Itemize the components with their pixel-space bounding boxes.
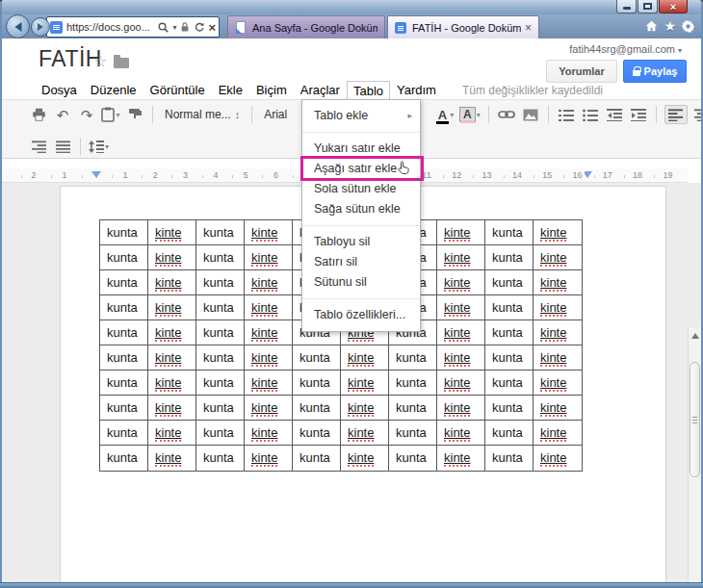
table-cell[interactable]: kunta [485, 421, 534, 446]
forward-button[interactable] [31, 17, 50, 37]
table-cell[interactable]: kinte [245, 446, 293, 471]
table-cell[interactable]: kinte [437, 421, 485, 446]
table-cell[interactable]: kunta [293, 421, 341, 446]
table-cell[interactable]: kinte [534, 320, 582, 345]
table-cell[interactable]: kinte [437, 270, 485, 295]
table-cell[interactable]: kinte [437, 345, 485, 371]
decrease-indent-button[interactable] [605, 105, 624, 124]
table-cell[interactable]: kunta [196, 245, 245, 270]
table-menu-item[interactable]: Tablo ekle▸ [302, 106, 420, 126]
maximize-button[interactable] [638, 0, 658, 13]
scroll-up-icon[interactable] [691, 333, 699, 339]
table-cell[interactable]: kunta [485, 396, 534, 421]
tab-ana-sayfa[interactable]: Ana Sayfa - Google Dokümanlar [227, 15, 385, 38]
left-indent-marker[interactable] [91, 171, 101, 178]
table-cell[interactable]: kinte [245, 295, 293, 320]
table-menu-item[interactable]: Sola sütun ekle [302, 179, 420, 199]
url-text[interactable]: https://docs.goo... [66, 21, 157, 33]
numbered-list-button[interactable] [557, 105, 576, 124]
table-cell[interactable]: kinte [341, 396, 389, 421]
increase-indent-button[interactable] [629, 105, 648, 124]
search-icon[interactable] [157, 21, 169, 34]
table-menu-item[interactable]: Sağa sütun ekle [302, 199, 420, 219]
table-cell[interactable]: kinte [534, 421, 582, 446]
table-cell[interactable]: kinte [245, 220, 293, 245]
favorites-star-icon[interactable]: ★ [664, 18, 676, 34]
table-cell[interactable]: kunta [485, 320, 534, 345]
table-cell[interactable]: kunta [196, 270, 245, 295]
table-cell[interactable]: kinte [534, 396, 582, 421]
table-cell[interactable]: kinte [534, 220, 582, 245]
table-cell[interactable]: kinte [148, 320, 196, 345]
table-cell[interactable]: kinte [148, 270, 196, 295]
table-cell[interactable]: kinte [437, 245, 485, 270]
table-cell[interactable]: kinte [534, 371, 582, 396]
table-menu-item[interactable]: Satırı sil [302, 252, 420, 272]
table-cell[interactable]: kunta [100, 270, 148, 295]
table-cell[interactable]: kinte [245, 270, 293, 295]
table-cell[interactable]: kinte [534, 295, 582, 320]
table-cell[interactable]: kunta [485, 446, 534, 471]
table-cell[interactable]: kinte [534, 245, 582, 270]
table-cell[interactable]: kunta [100, 446, 148, 471]
refresh-icon[interactable] [194, 21, 205, 33]
table-cell[interactable]: kunta [389, 421, 437, 446]
table-cell[interactable]: kunta [196, 295, 245, 320]
table-cell[interactable]: kunta [196, 320, 245, 345]
share-button[interactable]: Paylaş [623, 60, 687, 83]
align-right-button[interactable] [29, 137, 48, 156]
line-spacing-button[interactable]: ▾ [89, 137, 109, 156]
menu-biçim[interactable]: Biçim [249, 81, 294, 99]
table-cell[interactable]: kinte [148, 345, 196, 371]
table-cell[interactable]: kinte [148, 396, 196, 421]
table-cell[interactable]: kunta [485, 245, 534, 270]
back-button[interactable] [6, 14, 30, 38]
tab-close-icon[interactable]: × [525, 22, 532, 34]
table-cell[interactable]: kunta [485, 270, 534, 295]
table-cell[interactable]: kinte [437, 371, 485, 396]
bullet-list-button[interactable] [581, 105, 600, 124]
table-cell[interactable]: kinte [148, 245, 196, 270]
address-bar[interactable]: https://docs.goo... ▾ × [46, 16, 220, 38]
table-menu-item[interactable]: Sütunu sil [302, 272, 420, 293]
table-cell[interactable]: kunta [100, 371, 148, 396]
justify-button[interactable] [53, 137, 72, 156]
table-cell[interactable]: kinte [245, 245, 293, 270]
table-cell[interactable]: kunta [293, 396, 341, 421]
table-cell[interactable]: kunta [485, 371, 534, 396]
table-cell[interactable]: kunta [100, 421, 148, 446]
menu-araçlar[interactable]: Araçlar [294, 81, 347, 99]
highlight-color-button[interactable]: A ▾ [459, 105, 481, 124]
table-cell[interactable]: kunta [196, 220, 245, 245]
table-cell[interactable]: kunta [293, 345, 341, 371]
lock-icon[interactable] [179, 21, 191, 33]
table-cell[interactable]: kinte [148, 220, 196, 245]
table-cell[interactable]: kinte [148, 446, 196, 471]
table-cell[interactable]: kinte [437, 396, 485, 421]
table-cell[interactable]: kunta [100, 345, 148, 371]
table-cell[interactable]: kunta [196, 446, 245, 471]
table-cell[interactable]: kunta [100, 245, 148, 270]
table-cell[interactable]: kinte [534, 345, 582, 371]
table-cell[interactable]: kinte [437, 295, 485, 320]
table-cell[interactable]: kunta [485, 295, 534, 320]
table-menu-item[interactable]: Tablo özellikleri... [302, 305, 420, 325]
paste-button[interactable]: ▾ [101, 105, 120, 124]
table-cell[interactable]: kinte [245, 345, 293, 371]
table-cell[interactable]: kinte [148, 371, 196, 396]
undo-button[interactable]: ↶ [53, 105, 72, 124]
table-cell[interactable]: kinte [245, 421, 293, 446]
table-cell[interactable]: kunta [196, 421, 245, 446]
styles-select[interactable]: Normal me... ↕ [161, 108, 244, 121]
table-cell[interactable]: kunta [293, 371, 341, 396]
align-left-button[interactable] [664, 105, 688, 124]
table-cell[interactable]: kinte [437, 220, 485, 245]
stop-icon[interactable]: × [208, 21, 216, 34]
menu-düzenle[interactable]: Düzenle [84, 81, 143, 99]
home-icon[interactable] [644, 19, 659, 33]
table-cell[interactable]: kunta [100, 320, 148, 345]
menu-görüntüle[interactable]: Görüntüle [143, 81, 212, 99]
table-cell[interactable]: kinte [245, 371, 293, 396]
table-cell[interactable]: kinte [341, 371, 389, 396]
table-menu-item[interactable]: Aşağı satır ekle [302, 159, 420, 179]
